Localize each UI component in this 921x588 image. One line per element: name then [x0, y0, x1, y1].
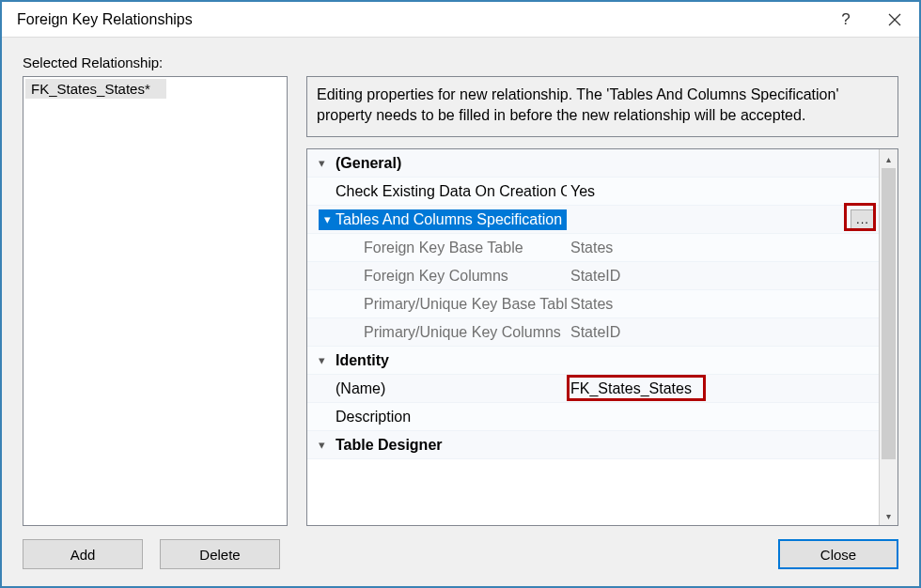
relationship-listbox[interactable]: FK_States_States*	[23, 76, 288, 526]
button-row: Add Delete Close	[23, 539, 898, 569]
window-title: Foreign Key Relationships	[17, 11, 821, 28]
expand-toggle-icon[interactable]: ▾	[307, 156, 336, 170]
prop-pk-base-table[interactable]: Primary/Unique Key Base Table States	[307, 290, 879, 318]
browse-button[interactable]: ...	[851, 209, 875, 230]
dialog-content: Selected Relationship: FK_States_States*…	[2, 38, 919, 586]
prop-value: StateID	[567, 324, 879, 341]
prop-value: FK_States_States	[567, 380, 879, 397]
scrollbar-vertical[interactable]: ▴ ▾	[879, 149, 898, 525]
category-label: Table Designer	[336, 437, 567, 454]
prop-check-existing[interactable]: Check Existing Data On Creation Or Re-En…	[307, 178, 879, 206]
prop-value: StateID	[567, 268, 879, 285]
property-grid[interactable]: ▾ (General) Check Existing Data On Creat…	[307, 149, 879, 525]
scroll-thumb[interactable]	[882, 168, 896, 459]
selected-relationship-label: Selected Relationship:	[23, 54, 898, 70]
delete-button[interactable]: Delete	[160, 539, 280, 569]
prop-pk-columns[interactable]: Primary/Unique Key Columns StateID	[307, 318, 879, 347]
category-table-designer[interactable]: ▾ Table Designer	[307, 431, 879, 459]
help-button[interactable]: ?	[821, 2, 870, 38]
category-general[interactable]: ▾ (General)	[307, 149, 879, 178]
prop-fk-base-table[interactable]: Foreign Key Base Table States	[307, 234, 879, 262]
prop-value: Yes	[567, 183, 879, 200]
prop-label: Primary/Unique Key Columns	[364, 324, 567, 341]
prop-name[interactable]: (Name) FK_States_States	[307, 375, 879, 403]
main-row: FK_States_States* Editing properties for…	[23, 76, 898, 526]
expand-toggle-icon[interactable]: ▾	[319, 212, 336, 226]
left-column: FK_States_States*	[23, 76, 288, 526]
prop-label: Primary/Unique Key Base Table	[364, 296, 567, 313]
prop-label: Check Existing Data On Creation Or Re-En…	[336, 183, 567, 200]
add-button[interactable]: Add	[23, 539, 143, 569]
prop-tables-columns-spec[interactable]: ▾ Tables And Columns Specification ...	[307, 206, 879, 234]
prop-description[interactable]: Description	[307, 403, 879, 431]
expand-toggle-icon[interactable]: ▾	[307, 438, 336, 452]
foreign-key-relationships-dialog: Foreign Key Relationships ? Selected Rel…	[0, 0, 921, 588]
window-close-button[interactable]	[870, 2, 919, 38]
prop-label: (Name)	[336, 380, 567, 397]
category-identity[interactable]: ▾ Identity	[307, 347, 879, 375]
prop-fk-columns[interactable]: Foreign Key Columns StateID	[307, 262, 879, 290]
prop-value: States	[567, 296, 879, 313]
expand-toggle-icon[interactable]: ▾	[307, 353, 336, 367]
prop-value: States	[567, 240, 879, 256]
property-grid-container: ▾ (General) Check Existing Data On Creat…	[306, 148, 898, 526]
right-column: Editing properties for new relationship.…	[306, 76, 898, 526]
scroll-down-icon[interactable]: ▾	[880, 506, 898, 525]
prop-label: Foreign Key Columns	[364, 268, 567, 285]
prop-label: Foreign Key Base Table	[364, 240, 567, 256]
prop-label: Description	[336, 409, 567, 426]
list-item[interactable]: FK_States_States*	[25, 79, 166, 99]
titlebar: Foreign Key Relationships ?	[2, 2, 919, 38]
description-box: Editing properties for new relationship.…	[306, 76, 898, 137]
category-label: Identity	[336, 352, 567, 369]
category-label: (General)	[336, 155, 567, 172]
close-icon	[888, 13, 901, 26]
close-button[interactable]: Close	[778, 539, 898, 569]
prop-label: Tables And Columns Specification	[336, 211, 562, 228]
scroll-up-icon[interactable]: ▴	[880, 149, 898, 168]
